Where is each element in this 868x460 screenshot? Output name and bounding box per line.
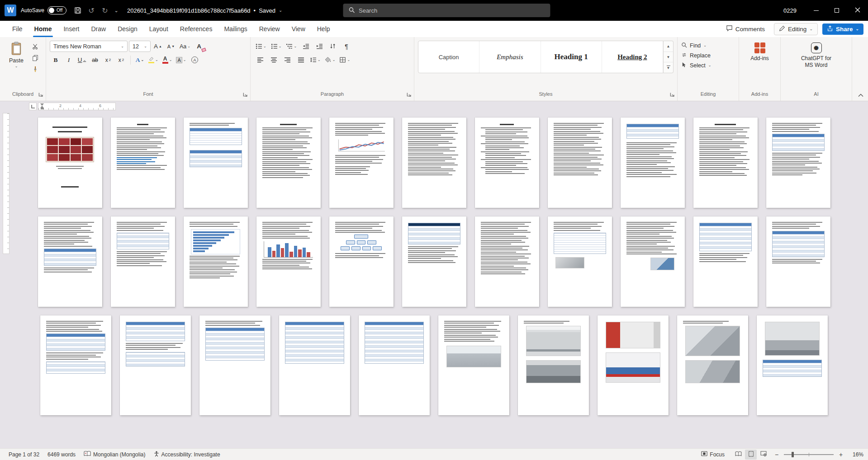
page-thumbnail[interactable] <box>111 117 175 208</box>
page-thumbnail[interactable] <box>518 315 589 415</box>
font-dialog-launcher[interactable] <box>242 92 248 97</box>
collapse-ribbon-button[interactable] <box>858 92 863 99</box>
styles-gallery-more[interactable]: ▼ <box>664 62 673 73</box>
page-thumbnail[interactable] <box>402 216 466 307</box>
tab-selector[interactable] <box>29 103 37 110</box>
line-spacing-button[interactable]: ⌄ <box>308 54 322 66</box>
page-thumbnail[interactable] <box>184 216 248 307</box>
page-thumbnail[interactable] <box>40 315 111 415</box>
subscript-button[interactable]: x2 <box>102 54 114 66</box>
increase-indent-button[interactable] <box>313 41 325 52</box>
paste-button[interactable]: Paste ⌄ <box>5 41 28 90</box>
page-thumbnail[interactable] <box>402 117 466 208</box>
align-left-button[interactable] <box>254 54 266 66</box>
cut-button[interactable] <box>30 42 41 52</box>
superscript-button[interactable]: x2 <box>115 54 127 66</box>
style-heading-1[interactable]: Heading 1 <box>541 41 602 73</box>
page-thumbnail[interactable] <box>329 216 394 307</box>
zoom-slider[interactable] <box>784 454 834 455</box>
editing-mode-button[interactable]: Editing ⌄ <box>774 23 818 35</box>
clipboard-dialog-launcher[interactable] <box>38 92 43 97</box>
bold-button[interactable]: B <box>50 54 62 66</box>
menu-tab-mailings[interactable]: Mailings <box>218 21 253 37</box>
print-layout-button[interactable] <box>745 450 757 460</box>
font-size-select[interactable]: 12⌄ <box>129 41 151 52</box>
read-mode-button[interactable] <box>732 450 744 460</box>
page-thumbnail[interactable] <box>766 216 830 307</box>
zoom-out-button[interactable]: − <box>773 451 780 458</box>
page-thumbnail[interactable] <box>38 117 102 208</box>
save-button[interactable] <box>71 4 85 17</box>
paragraph-dialog-launcher[interactable] <box>406 92 412 97</box>
styles-scroll-down[interactable]: ▼ <box>664 52 673 63</box>
decrease-indent-button[interactable] <box>300 41 312 52</box>
page-thumbnail[interactable] <box>621 216 685 307</box>
paragraph-shading-button[interactable]: ⌄ <box>324 54 337 66</box>
page-thumbnail[interactable] <box>38 216 102 307</box>
menu-tab-design[interactable]: Design <box>112 21 143 37</box>
indent-markers[interactable] <box>40 103 44 109</box>
shrink-font-button[interactable]: A▼ <box>165 41 177 52</box>
align-right-button[interactable] <box>281 54 293 66</box>
zoom-percentage[interactable]: 16% <box>847 451 863 458</box>
replace-button[interactable]: Replace <box>681 52 735 59</box>
web-layout-button[interactable] <box>758 450 769 460</box>
show-hide-marks-button[interactable]: ¶ <box>341 41 352 52</box>
comments-button[interactable]: Comments <box>721 23 769 35</box>
search-input[interactable] <box>359 7 545 14</box>
menu-tab-view[interactable]: View <box>286 21 311 37</box>
menu-tab-file[interactable]: File <box>6 21 28 37</box>
sort-button[interactable] <box>327 41 339 52</box>
copy-button[interactable] <box>30 53 41 63</box>
focus-button[interactable]: Focus <box>697 449 729 460</box>
accessibility-checker[interactable]: Accessibility: Investigate <box>150 449 224 460</box>
menu-tab-home[interactable]: Home <box>28 21 58 37</box>
menu-tab-insert[interactable]: Insert <box>57 21 85 37</box>
menu-tab-review[interactable]: Review <box>253 21 286 37</box>
page-thumbnail[interactable] <box>184 117 248 208</box>
numbering-button[interactable]: ⌄ <box>270 41 283 52</box>
bullets-button[interactable]: ⌄ <box>254 41 268 52</box>
page-thumbnail[interactable] <box>766 117 830 208</box>
clear-formatting-button[interactable]: A <box>193 41 205 52</box>
autosave-control[interactable]: AutoSave Off <box>21 6 66 14</box>
document-title[interactable]: 202601_3494bb819f091d1b86c788cc7f5aa66d … <box>127 7 282 14</box>
shading-button[interactable]: A⌄ <box>175 54 187 66</box>
word-count-indicator[interactable]: 6469 words <box>43 449 80 460</box>
font-family-select[interactable]: Times New Roman⌄ <box>50 41 128 52</box>
style-emphasis[interactable]: Emphasis <box>479 41 541 73</box>
proofing-status[interactable]: Mongolian (Mongolia) <box>80 449 149 460</box>
page-thumbnail[interactable] <box>438 315 509 415</box>
maximize-button[interactable] <box>826 0 847 21</box>
share-button[interactable]: Share ⌄ <box>822 23 863 35</box>
style-heading-2[interactable]: Heading 2 <box>602 41 663 73</box>
grow-font-button[interactable]: A▲ <box>152 41 164 52</box>
page-thumbnail[interactable] <box>757 315 828 415</box>
addins-button[interactable]: Add-ins <box>743 41 777 61</box>
format-painter-button[interactable] <box>30 64 41 74</box>
page-thumbnail[interactable] <box>475 117 539 208</box>
highlight-button[interactable]: ⌄ <box>147 54 160 66</box>
page-number-indicator[interactable]: Page 1 of 32 <box>5 449 43 460</box>
menu-tab-layout[interactable]: Layout <box>143 21 174 37</box>
page-thumbnail[interactable] <box>111 216 175 307</box>
italic-button[interactable]: I <box>63 54 75 66</box>
quick-access-chevron[interactable]: ⌄ <box>112 8 121 14</box>
style-caption[interactable]: Caption <box>418 41 479 73</box>
borders-button[interactable]: ⌄ <box>338 54 351 66</box>
zoom-slider-thumb[interactable] <box>792 452 794 457</box>
page-thumbnail[interactable] <box>329 117 394 208</box>
text-effects-button[interactable]: A⌄ <box>134 54 146 66</box>
chatgpt-button[interactable]: ✺ ChatGPT for MS Word <box>784 41 848 69</box>
find-button[interactable]: Find⌄ <box>681 42 735 49</box>
word-app-icon[interactable]: W <box>5 5 16 16</box>
undo-button[interactable]: ↺ <box>85 4 98 17</box>
page-thumbnail[interactable] <box>621 117 685 208</box>
page-thumbnail[interactable] <box>199 315 270 415</box>
page-thumbnail[interactable] <box>693 216 758 307</box>
page-thumbnail[interactable] <box>548 216 612 307</box>
search-box[interactable] <box>343 4 550 17</box>
page-thumbnail[interactable] <box>256 216 321 307</box>
styles-dialog-launcher[interactable] <box>669 92 675 97</box>
underline-button[interactable]: U⌄ <box>76 54 88 66</box>
